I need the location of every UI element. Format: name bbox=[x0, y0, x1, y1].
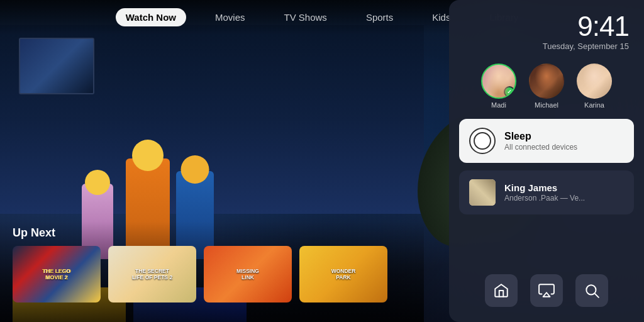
avatar-michael bbox=[529, 64, 564, 99]
now-playing-title: King James bbox=[504, 182, 585, 193]
avatar-name-michael: Michael bbox=[535, 101, 558, 109]
thumbnails-row: THE LEGOMOVIE 2 THE SECRETLIFE OF PETS 2… bbox=[13, 246, 411, 303]
control-center-panel: 9:41 Tuesday, September 15 Madi Michael … bbox=[449, 0, 644, 322]
up-next-section: Up Next THE LEGOMOVIE 2 THE SECRETLIFE O… bbox=[0, 221, 424, 322]
svg-marker-0 bbox=[543, 292, 550, 297]
background-window bbox=[19, 38, 94, 94]
thumb-lego-movie[interactable]: THE LEGOMOVIE 2 bbox=[13, 246, 101, 303]
home-icon bbox=[493, 282, 509, 299]
thumb-lego-label: THE LEGOMOVIE 2 bbox=[13, 246, 101, 303]
sleep-card[interactable]: Sleep All connected devices bbox=[459, 119, 634, 163]
airplay-icon bbox=[538, 282, 555, 299]
avatar-item-michael[interactable]: Michael bbox=[529, 64, 564, 109]
thumb-pets-label: THE SECRETLIFE OF PETS 2 bbox=[108, 246, 196, 303]
user-avatars-row: Madi Michael Karina bbox=[459, 61, 634, 111]
sleep-text: Sleep All connected devices bbox=[504, 131, 577, 152]
nav-movies[interactable]: Movies bbox=[205, 8, 255, 26]
now-playing-text: King James Anderson .Paak — Ve... bbox=[504, 182, 585, 203]
dock-search-button[interactable] bbox=[575, 274, 608, 307]
time-display: 9:41 Tuesday, September 15 bbox=[459, 10, 634, 53]
avatar-name-karina: Karina bbox=[584, 101, 604, 109]
nav-tv-shows[interactable]: TV Shows bbox=[274, 8, 337, 26]
thumb-link-label: MISSINGLINK bbox=[204, 246, 292, 303]
up-next-label: Up Next bbox=[13, 226, 411, 240]
clock-time: 9:41 bbox=[464, 13, 629, 40]
avatar-item-karina[interactable]: Karina bbox=[577, 64, 612, 109]
nav-watch-now[interactable]: Watch Now bbox=[116, 8, 186, 26]
avatar-karina bbox=[577, 64, 612, 99]
avatar-item-madi[interactable]: Madi bbox=[481, 64, 516, 109]
nav-sports[interactable]: Sports bbox=[356, 8, 403, 26]
svg-line-2 bbox=[595, 294, 599, 297]
now-playing-card[interactable]: King James Anderson .Paak — Ve... bbox=[459, 170, 634, 214]
avatar-madi bbox=[481, 64, 516, 99]
sleep-icon bbox=[469, 128, 496, 154]
search-icon bbox=[584, 282, 600, 299]
thumb-pets[interactable]: THE SECRETLIFE OF PETS 2 bbox=[108, 246, 196, 303]
thumb-missing-link[interactable]: MISSINGLINK bbox=[204, 246, 292, 303]
bottom-dock bbox=[459, 269, 634, 312]
thumb-wonder-label: WONDERPARK bbox=[299, 246, 387, 303]
sleep-title: Sleep bbox=[504, 131, 577, 142]
dock-airplay-button[interactable] bbox=[530, 274, 563, 307]
sleep-icon-inner bbox=[474, 132, 491, 150]
dock-home-button[interactable] bbox=[485, 274, 518, 307]
active-badge-madi bbox=[504, 86, 515, 97]
album-art bbox=[469, 179, 496, 206]
avatar-name-madi: Madi bbox=[491, 101, 506, 109]
now-playing-artist: Anderson .Paak — Ve... bbox=[504, 194, 585, 203]
thumb-wonder-park[interactable]: WONDERPARK bbox=[299, 246, 387, 303]
sleep-subtitle: All connected devices bbox=[504, 143, 577, 152]
clock-date: Tuesday, September 15 bbox=[464, 42, 629, 51]
